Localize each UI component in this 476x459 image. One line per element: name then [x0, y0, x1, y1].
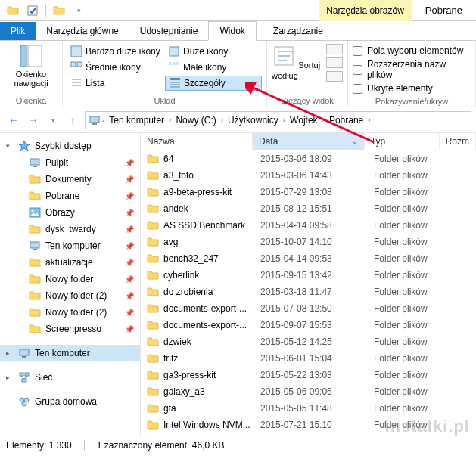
column-header-date[interactable]: Data⌄ [253, 133, 365, 150]
sidebar-item[interactable]: ▸Nowy folder (2)📌 [0, 304, 140, 321]
svg-line-35 [21, 376, 24, 379]
nav-quick-access[interactable]: ▾ Szybki dostęp [0, 138, 140, 154]
table-row[interactable]: andek2015-08-12 15:51Folder plików [141, 200, 476, 217]
pin-icon: 📌 [125, 242, 134, 250]
table-row[interactable]: documents-export-...2015-09-07 15:53Fold… [141, 317, 476, 333]
table-row[interactable]: dzwiek2015-05-12 14:25Folder plików [141, 333, 476, 350]
table-row[interactable]: galaxy_a32015-05-06 09:06Folder plików [141, 383, 476, 400]
navigation-pane-button[interactable]: Okienko nawigacji [5, 44, 58, 88]
sidebar-item[interactable]: ▸Ten komputer📌 [0, 237, 140, 254]
folder-icon [147, 336, 159, 348]
tab-home[interactable]: Narzędzia główne [36, 22, 129, 40]
sidebar-item[interactable]: ▸Pobrane📌 [0, 188, 140, 204]
crumb-4[interactable]: Pobrane [326, 115, 366, 126]
svg-rect-33 [25, 373, 29, 376]
folder-icon [147, 253, 159, 265]
svg-rect-5 [71, 62, 76, 67]
chevron-down-icon: ⌄ [352, 138, 358, 145]
svg-rect-7 [169, 62, 172, 65]
nav-this-pc[interactable]: ▸ Ten komputer [0, 345, 140, 361]
table-row[interactable]: do zrobienia2015-03-18 11:47Folder plikó… [141, 284, 476, 300]
navigation-pane-label: Okienko nawigacji [14, 70, 48, 88]
tab-view[interactable]: Widok [208, 21, 256, 41]
layout-small-icons[interactable]: Małe ikony [165, 60, 262, 75]
sidebar-item[interactable]: ▸Pulpit📌 [0, 154, 140, 171]
folder-icon [147, 286, 159, 298]
chevron-down-icon[interactable]: ▾ [6, 142, 14, 150]
crumb-1[interactable]: Nowy (C:) [173, 115, 219, 126]
group-by-button[interactable] [326, 44, 343, 54]
sidebar-item[interactable]: ▸Nowy folder (2)📌 [0, 287, 140, 304]
tab-file[interactable]: Plik [0, 22, 36, 40]
tab-share[interactable]: Udostępnianie [129, 22, 209, 40]
title-bar: ▾ Narzędzia obrazów Pobrane [0, 0, 476, 21]
sort-by-button[interactable]: Sortuj według [272, 44, 323, 82]
back-button[interactable]: ← [5, 111, 23, 129]
layout-extra-large-icons[interactable]: Bardzo duże ikony [67, 44, 164, 59]
qat-dropdown-icon[interactable]: ▾ [70, 2, 87, 19]
size-columns-button[interactable] [326, 71, 343, 82]
table-row[interactable]: ga3-press-kit2015-05-22 13:03Folder plik… [141, 367, 476, 383]
table-row[interactable]: a9-beta-press-kit2015-07-29 13:08Folder … [141, 184, 476, 200]
layout-list[interactable]: Lista [67, 76, 164, 91]
forward-button[interactable]: → [24, 111, 42, 129]
sidebar-item[interactable]: ▸Screenpresso📌 [0, 321, 140, 337]
table-row[interactable]: AS SSD Benchmark2015-04-14 09:58Folder p… [141, 217, 476, 234]
ribbon-group-panes: Okienko nawigacji Okienka [0, 41, 63, 107]
svg-rect-4 [170, 47, 179, 56]
table-row[interactable]: bench32_2472015-04-14 09:53Folder plików [141, 250, 476, 267]
svg-line-36 [24, 376, 27, 379]
column-header-name[interactable]: Nazwa [141, 133, 253, 150]
crumb-2[interactable]: Użytkownicy [225, 115, 282, 126]
chevron-right-icon[interactable]: ▸ [6, 374, 14, 381]
pin-icon: 📌 [125, 192, 134, 200]
tab-manage[interactable]: Zarządzanie [263, 22, 334, 40]
ribbon-tabs: Plik Narzędzia główne Udostępnianie Wido… [0, 21, 476, 41]
ribbon-group-show-hide: Pola wyboru elementów Rozszerzenia nazw … [348, 41, 476, 107]
folder-icon [147, 236, 159, 248]
status-element-count: Elementy: 1 330 [6, 440, 72, 451]
nav-network[interactable]: ▸ Sieć [0, 369, 140, 386]
sidebar-item[interactable]: ▸Obrazy📌 [0, 204, 140, 221]
filename-extensions-toggle[interactable]: Rozszerzenia nazw plików [353, 57, 471, 82]
table-row[interactable]: a3_foto2015-03-06 14:43Folder plików [141, 167, 476, 184]
group-label-show-hide: Pokazywanie/ukryw [353, 95, 471, 107]
sidebar-item[interactable]: ▸dysk_twardy📌 [0, 221, 140, 237]
table-row[interactable]: gta2015-05-05 11:48Folder plików [141, 400, 476, 417]
folder-icon [147, 319, 159, 331]
add-columns-button[interactable] [326, 57, 343, 68]
ribbon-group-current-view: Sortuj według Bieżący widok [267, 41, 348, 107]
chevron-right-icon[interactable]: ▸ [6, 349, 14, 357]
item-checkboxes-toggle[interactable]: Pola wyboru elementów [353, 44, 471, 57]
hidden-items-toggle[interactable]: Ukryte elementy [353, 82, 471, 95]
sidebar-item[interactable]: ▸Nowy folder📌 [0, 271, 140, 287]
chevron-right-icon[interactable]: › [102, 116, 104, 124]
layout-details[interactable]: Szczegóły [165, 76, 262, 91]
nav-homegroup[interactable]: ▸ Grupa domowa [0, 393, 140, 410]
layout-medium-icons[interactable]: Średnie ikony [67, 60, 164, 75]
pin-icon: 📌 [125, 325, 134, 333]
window-title: Pobrane [412, 2, 476, 19]
ribbon: Okienko nawigacji Okienka Bardzo duże ik… [0, 41, 476, 107]
properties-button[interactable] [24, 2, 41, 19]
table-row[interactable]: documents-export-...2015-07-08 12:50Fold… [141, 300, 476, 317]
column-header-type[interactable]: Typ [365, 133, 440, 150]
crumb-0[interactable]: Ten komputer [106, 115, 167, 126]
table-row[interactable]: 642015-03-06 18:09Folder plików [141, 150, 476, 167]
group-label-current-view: Bieżący widok [272, 95, 343, 107]
folder-icon [5, 2, 21, 19]
table-row[interactable]: avg2015-10-07 14:10Folder plików [141, 234, 476, 250]
crumb-3[interactable]: Wojtek [287, 115, 320, 126]
layout-large-icons[interactable]: Duże ikony [165, 44, 262, 59]
column-header-size[interactable]: Rozm [440, 133, 476, 150]
up-button[interactable]: ↑ [64, 111, 82, 129]
new-folder-button[interactable] [51, 2, 67, 19]
sidebar-item[interactable]: ▸Dokumenty📌 [0, 171, 140, 188]
svg-rect-22 [92, 123, 97, 125]
breadcrumb[interactable]: › Ten komputer› Nowy (C:)› Użytkownicy› … [85, 111, 471, 129]
recent-locations-dropdown[interactable]: ▾ [44, 111, 62, 129]
folder-icon [147, 419, 159, 431]
sidebar-item[interactable]: ▸aktualizacje📌 [0, 254, 140, 271]
table-row[interactable]: cyberlink2015-09-15 13:42Folder plików [141, 267, 476, 284]
table-row[interactable]: fritz2015-06-01 15:04Folder plików [141, 350, 476, 367]
